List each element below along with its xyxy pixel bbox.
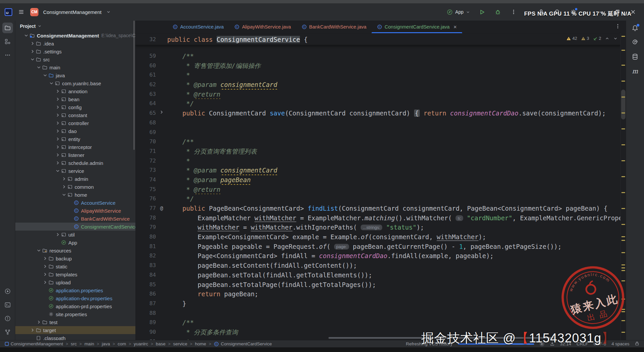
tree-chevron-icon[interactable] [36,319,41,325]
inspections-widget[interactable]: 4232 [566,36,618,41]
breadcrumb-item-consignmentcardservice[interactable]: CConsignmentCardService [214,341,272,347]
tree-chevron-icon[interactable] [36,65,41,70]
line-number[interactable]: 63 [135,90,156,99]
more-toolwindows-icon[interactable] [2,50,13,60]
tab-close-icon[interactable]: ✕ [453,25,457,30]
maven-icon[interactable]: m [631,67,639,75]
readonly-lock-icon[interactable] [635,341,639,347]
tree-item-consignmentcardservice[interactable]: CConsignmentCardService [15,223,135,231]
line-number[interactable]: 77 [135,204,156,213]
weak-warning-count[interactable]: 3 [581,36,589,41]
tree-chevron-icon[interactable] [55,120,60,126]
run-toolwindow-icon[interactable] [2,286,13,297]
tree-chevron-icon[interactable] [42,280,48,285]
more-actions-kebab-icon[interactable] [509,8,518,16]
tree-item-constant[interactable]: constant [15,111,135,119]
project-panel-header[interactable]: Project [15,21,135,32]
database-icon[interactable] [631,52,639,61]
tree-chevron-icon[interactable] [55,232,60,237]
tree-chevron-icon[interactable] [55,97,60,102]
line-number[interactable]: 88 [135,309,156,318]
project-badge[interactable]: CM [30,8,38,16]
version-control-toolwindow-icon[interactable] [2,327,13,337]
line-number[interactable]: 61 [135,70,156,80]
run-button[interactable] [477,8,486,16]
tree-item-home[interactable]: home [15,191,135,199]
breadcrumb-item-src[interactable]: src [71,341,77,346]
tree-item-target[interactable]: target [15,326,135,334]
tree-item-templates[interactable]: templates [15,270,135,278]
line-number[interactable]: 87 [135,299,156,309]
line-number[interactable]: 72 [135,156,156,166]
tree-item-test[interactable]: test [15,318,135,326]
code-area[interactable]: 59 /**60 * 寄售管理添加/编辑操作61 *62 * @param co… [135,51,620,340]
tree-item-consignmentmanagement[interactable]: ConsignmentManagementE:\idea_space\Consi… [15,32,135,39]
tree-chevron-icon[interactable] [48,81,54,86]
editor[interactable]: CAccountService.javaCAlipayWithService.j… [135,21,626,340]
tree-item-admin[interactable]: admin [15,175,135,183]
tree-chevron-icon[interactable] [55,144,60,150]
tree-item-alipaywithservice[interactable]: CAlipayWithService [15,207,135,215]
main-menu-hamburger-icon[interactable] [17,8,26,16]
tree-item-bankcardwithservice[interactable]: CBankCardWithService [15,215,135,223]
breadcrumb-item-home[interactable]: home [195,341,206,346]
line-number[interactable]: 73 [135,166,156,175]
tree-item-static[interactable]: static [15,262,135,270]
tree-item-config[interactable]: config [15,103,135,111]
tree-chevron-icon[interactable] [55,168,60,174]
tree-chevron-icon[interactable] [61,176,67,181]
tree-chevron-icon[interactable] [55,89,60,94]
tree-item-application-properties[interactable]: application.properties [15,286,135,294]
vertical-scrollbar-thumb[interactable] [621,90,625,119]
tree-item-util[interactable]: util [15,231,135,239]
breadcrumb-item-yuanlrc[interactable]: yuanlrc [134,341,148,346]
tree-chevron-icon[interactable] [55,152,60,158]
tree-item-common[interactable]: common [15,183,135,191]
tree-item-annotion[interactable]: annotion [15,87,135,95]
tree-item--idea[interactable]: .idea [15,39,135,47]
tree-chevron-icon[interactable] [30,49,35,54]
line-number[interactable]: 76 [135,194,156,204]
annotation-gutter-icon[interactable]: @ [157,204,166,213]
ai-assistant-icon[interactable] [631,38,639,47]
line-number[interactable]: 90 [135,327,156,337]
prev-problem-icon[interactable] [605,36,609,41]
tree-item-entity[interactable]: entity [15,135,135,143]
tree-chevron-icon[interactable] [55,136,60,142]
tree-chevron-icon[interactable] [42,272,48,277]
tree-item-controller[interactable]: controller [15,119,135,127]
tree-item-application-prd-properties[interactable]: application-prd.properties [15,302,135,310]
tree-item-bean[interactable]: bean [15,95,135,103]
tree-item-interceptor[interactable]: interceptor [15,143,135,151]
line-number[interactable]: 78 [135,213,156,223]
tree-chevron-icon[interactable] [30,327,35,333]
tree-chevron-icon[interactable] [61,184,67,189]
tree-item-service[interactable]: service [15,167,135,175]
project-name[interactable]: ConsignmentManagement [43,9,102,15]
line-number[interactable]: 85 [135,280,156,290]
tree-item-app[interactable]: App [15,239,135,246]
fold-arrow-icon[interactable] [157,108,166,118]
editor-tab-alipaywithservice-java[interactable]: CAlipayWithService.java [229,21,296,33]
tree-chevron-icon[interactable] [30,57,35,62]
line-number[interactable]: 70 [135,137,156,147]
breadcrumb-item-service[interactable]: service [173,341,187,346]
tree-chevron-icon[interactable] [55,112,60,118]
line-number[interactable]: 80 [135,232,156,242]
editor-tab-consignmentcardservice-java[interactable]: CConsignmentCardService.java✕ [372,21,462,33]
tree-item-site-properties[interactable]: site.properties [15,310,135,318]
line-number[interactable]: 69 [135,128,156,137]
tab-options-kebab-icon[interactable] [615,24,620,30]
line-number[interactable]: 32 [135,36,156,42]
tree-item-dao[interactable]: dao [15,127,135,135]
ok-check-count[interactable]: 2 [593,36,601,41]
tree-item-com-yuanlrc-base[interactable]: com.yuanlrc.base [15,79,135,87]
tree-chevron-icon[interactable] [55,105,60,110]
tree-chevron-icon[interactable] [61,192,67,197]
editor-tab-accountservice-java[interactable]: CAccountService.java [167,21,229,33]
breadcrumb-item-consignmentmanagement[interactable]: ConsignmentManagement [5,341,63,346]
tree-item-accountservice[interactable]: CAccountService [15,199,135,207]
line-number[interactable]: 86 [135,289,156,299]
tree-chevron-icon[interactable] [42,256,48,261]
debug-button[interactable] [493,8,502,16]
